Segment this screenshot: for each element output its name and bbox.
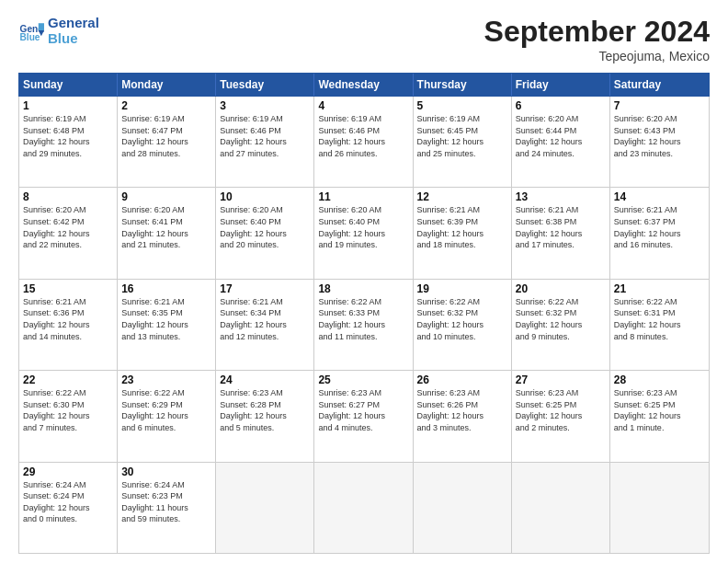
generalblue-logo-icon: General Blue	[18, 17, 44, 43]
day-info: Sunrise: 6:22 AM Sunset: 6:33 PM Dayligh…	[318, 296, 408, 342]
day-number: 10	[220, 190, 310, 203]
day-info: Sunrise: 6:21 AM Sunset: 6:34 PM Dayligh…	[220, 296, 310, 342]
day-info: Sunrise: 6:20 AM Sunset: 6:42 PM Dayligh…	[23, 204, 113, 250]
day-number: 24	[220, 373, 310, 386]
day-number: 15	[23, 282, 113, 295]
month-title: September 2024	[484, 15, 710, 49]
calendar-row-1: 1Sunrise: 6:19 AM Sunset: 6:48 PM Daylig…	[19, 97, 709, 188]
day-number: 19	[417, 282, 507, 295]
day-info: Sunrise: 6:20 AM Sunset: 6:44 PM Dayligh…	[516, 113, 606, 159]
calendar-row-3: 15Sunrise: 6:21 AM Sunset: 6:36 PM Dayli…	[19, 280, 709, 371]
header-friday: Friday	[512, 74, 610, 96]
day-info: Sunrise: 6:20 AM Sunset: 6:40 PM Dayligh…	[220, 204, 310, 250]
day-number: 13	[516, 190, 606, 203]
calendar-cell-3-6: 20Sunrise: 6:22 AM Sunset: 6:32 PM Dayli…	[512, 280, 610, 370]
day-number: 22	[23, 373, 113, 386]
calendar-cell-3-2: 16Sunrise: 6:21 AM Sunset: 6:35 PM Dayli…	[118, 280, 216, 370]
day-number: 21	[614, 282, 705, 295]
header-tuesday: Tuesday	[216, 74, 314, 96]
day-info: Sunrise: 6:23 AM Sunset: 6:25 PM Dayligh…	[614, 387, 705, 433]
day-number: 25	[318, 373, 408, 386]
calendar-cell-1-4: 4Sunrise: 6:19 AM Sunset: 6:46 PM Daylig…	[314, 97, 413, 187]
day-number: 8	[23, 190, 113, 203]
calendar-cell-4-4: 25Sunrise: 6:23 AM Sunset: 6:27 PM Dayli…	[314, 371, 413, 461]
day-number: 18	[318, 282, 408, 295]
day-number: 12	[417, 190, 507, 203]
day-info: Sunrise: 6:23 AM Sunset: 6:25 PM Dayligh…	[516, 387, 606, 433]
day-info: Sunrise: 6:24 AM Sunset: 6:23 PM Dayligh…	[121, 479, 211, 525]
day-info: Sunrise: 6:23 AM Sunset: 6:28 PM Dayligh…	[220, 387, 310, 433]
day-info: Sunrise: 6:19 AM Sunset: 6:47 PM Dayligh…	[121, 113, 211, 159]
calendar-cell-3-4: 18Sunrise: 6:22 AM Sunset: 6:33 PM Dayli…	[314, 280, 413, 370]
day-info: Sunrise: 6:24 AM Sunset: 6:24 PM Dayligh…	[23, 479, 113, 525]
header: General Blue General Blue September 2024…	[18, 15, 710, 63]
day-info: Sunrise: 6:22 AM Sunset: 6:32 PM Dayligh…	[516, 296, 606, 342]
page: General Blue General Blue September 2024…	[0, 0, 728, 563]
day-number: 28	[614, 373, 705, 386]
day-info: Sunrise: 6:20 AM Sunset: 6:40 PM Dayligh…	[318, 204, 408, 250]
calendar-cell-1-1: 1Sunrise: 6:19 AM Sunset: 6:48 PM Daylig…	[19, 97, 118, 187]
day-info: Sunrise: 6:21 AM Sunset: 6:38 PM Dayligh…	[516, 204, 606, 250]
day-number: 14	[614, 190, 705, 203]
calendar-cell-1-6: 6Sunrise: 6:20 AM Sunset: 6:44 PM Daylig…	[512, 97, 610, 187]
day-number: 6	[516, 99, 606, 112]
calendar-cell-5-6	[512, 463, 610, 553]
day-info: Sunrise: 6:21 AM Sunset: 6:37 PM Dayligh…	[614, 204, 705, 250]
logo-line2: Blue	[48, 30, 99, 46]
calendar-cell-5-3	[216, 463, 314, 553]
calendar-cell-2-3: 10Sunrise: 6:20 AM Sunset: 6:40 PM Dayli…	[216, 188, 314, 278]
day-number: 7	[614, 99, 705, 112]
calendar-header: Sunday Monday Tuesday Wednesday Thursday…	[18, 73, 710, 97]
header-wednesday: Wednesday	[314, 74, 413, 96]
calendar-row-5: 29Sunrise: 6:24 AM Sunset: 6:24 PM Dayli…	[19, 463, 709, 553]
header-thursday: Thursday	[414, 74, 512, 96]
header-monday: Monday	[118, 74, 216, 96]
day-number: 23	[121, 373, 211, 386]
calendar-cell-5-1: 29Sunrise: 6:24 AM Sunset: 6:24 PM Dayli…	[19, 463, 118, 553]
day-number: 1	[23, 99, 113, 112]
day-info: Sunrise: 6:20 AM Sunset: 6:41 PM Dayligh…	[121, 204, 211, 250]
day-number: 27	[516, 373, 606, 386]
calendar-cell-4-7: 28Sunrise: 6:23 AM Sunset: 6:25 PM Dayli…	[610, 371, 709, 461]
calendar-cell-5-2: 30Sunrise: 6:24 AM Sunset: 6:23 PM Dayli…	[118, 463, 216, 553]
logo-line1: General	[48, 15, 99, 30]
day-number: 16	[121, 282, 211, 295]
calendar-cell-4-1: 22Sunrise: 6:22 AM Sunset: 6:30 PM Dayli…	[19, 371, 118, 461]
day-info: Sunrise: 6:19 AM Sunset: 6:46 PM Dayligh…	[318, 113, 408, 159]
calendar-cell-5-5	[414, 463, 512, 553]
calendar: Sunday Monday Tuesday Wednesday Thursday…	[18, 73, 710, 554]
day-info: Sunrise: 6:22 AM Sunset: 6:30 PM Dayligh…	[23, 387, 113, 433]
day-info: Sunrise: 6:19 AM Sunset: 6:46 PM Dayligh…	[220, 113, 310, 159]
day-info: Sunrise: 6:21 AM Sunset: 6:36 PM Dayligh…	[23, 296, 113, 342]
calendar-cell-3-1: 15Sunrise: 6:21 AM Sunset: 6:36 PM Dayli…	[19, 280, 118, 370]
calendar-cell-2-1: 8Sunrise: 6:20 AM Sunset: 6:42 PM Daylig…	[19, 188, 118, 278]
calendar-cell-3-3: 17Sunrise: 6:21 AM Sunset: 6:34 PM Dayli…	[216, 280, 314, 370]
day-info: Sunrise: 6:21 AM Sunset: 6:35 PM Dayligh…	[121, 296, 211, 342]
calendar-cell-3-5: 19Sunrise: 6:22 AM Sunset: 6:32 PM Dayli…	[414, 280, 512, 370]
calendar-cell-3-7: 21Sunrise: 6:22 AM Sunset: 6:31 PM Dayli…	[610, 280, 709, 370]
calendar-cell-4-3: 24Sunrise: 6:23 AM Sunset: 6:28 PM Dayli…	[216, 371, 314, 461]
day-number: 30	[121, 465, 211, 478]
calendar-body: 1Sunrise: 6:19 AM Sunset: 6:48 PM Daylig…	[18, 97, 710, 554]
day-number: 26	[417, 373, 507, 386]
day-number: 3	[220, 99, 310, 112]
calendar-cell-2-7: 14Sunrise: 6:21 AM Sunset: 6:37 PM Dayli…	[610, 188, 709, 278]
calendar-cell-4-6: 27Sunrise: 6:23 AM Sunset: 6:25 PM Dayli…	[512, 371, 610, 461]
calendar-cell-2-5: 12Sunrise: 6:21 AM Sunset: 6:39 PM Dayli…	[414, 188, 512, 278]
header-sunday: Sunday	[19, 74, 118, 96]
day-number: 17	[220, 282, 310, 295]
day-number: 11	[318, 190, 408, 203]
day-number: 9	[121, 190, 211, 203]
day-info: Sunrise: 6:20 AM Sunset: 6:43 PM Dayligh…	[614, 113, 705, 159]
day-number: 29	[23, 465, 113, 478]
logo-text: General Blue	[48, 15, 99, 47]
calendar-cell-1-2: 2Sunrise: 6:19 AM Sunset: 6:47 PM Daylig…	[118, 97, 216, 187]
calendar-cell-2-6: 13Sunrise: 6:21 AM Sunset: 6:38 PM Dayli…	[512, 188, 610, 278]
day-info: Sunrise: 6:21 AM Sunset: 6:39 PM Dayligh…	[417, 204, 507, 250]
day-info: Sunrise: 6:23 AM Sunset: 6:26 PM Dayligh…	[417, 387, 507, 433]
day-info: Sunrise: 6:19 AM Sunset: 6:45 PM Dayligh…	[417, 113, 507, 159]
location: Tepeojuma, Mexico	[484, 49, 710, 63]
day-number: 4	[318, 99, 408, 112]
day-info: Sunrise: 6:23 AM Sunset: 6:27 PM Dayligh…	[318, 387, 408, 433]
calendar-cell-4-5: 26Sunrise: 6:23 AM Sunset: 6:26 PM Dayli…	[414, 371, 512, 461]
